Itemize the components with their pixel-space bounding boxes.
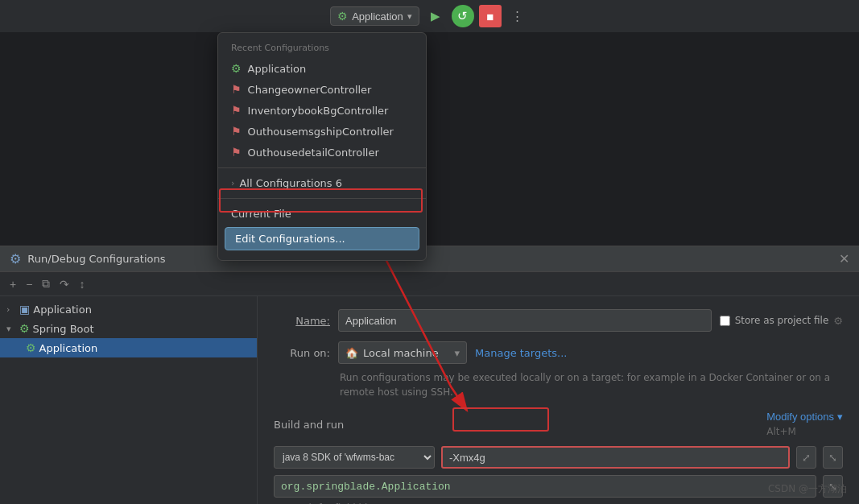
run-config-dropdown: Recent Configurations ⚙ Application ⚑ Ch…	[217, 32, 427, 261]
house-icon: 🏠	[345, 347, 358, 359]
run-on-row: Run on: 🏠 Local machine ▾ Manage targets…	[274, 341, 843, 364]
dropdown-item-application[interactable]: ⚙ Application	[218, 58, 426, 79]
run-on-value: Local machine	[363, 347, 439, 359]
vm-options-input[interactable]	[441, 446, 790, 469]
modify-options-label: Modify options	[766, 411, 834, 423]
top-toolbar: ⚙ Application ▾ ▶ ↺ ■ ⋮	[0, 0, 859, 32]
store-project-file-checkbox[interactable]	[720, 316, 730, 326]
dialog-title-container: ⚙ Run/Debug Configurations	[10, 251, 165, 266]
dropdown-item-outhousedetail[interactable]: ⚑ OuthousedetailController	[218, 142, 426, 163]
spring-boot-icon: ⚙	[19, 322, 30, 335]
run-on-select[interactable]: 🏠 Local machine ▾	[338, 341, 467, 364]
modify-options-area: Modify options ▾ Alt+M	[766, 411, 843, 438]
spring-run-icon: ⚙	[337, 10, 348, 23]
run-hint-text: Run configurations may be executed local…	[274, 370, 843, 399]
dialog-titlebar: ⚙ Run/Debug Configurations ✕	[0, 246, 859, 272]
sort-config-button[interactable]: ↕	[76, 276, 88, 292]
name-row: Name: Store as project file ⚙	[274, 309, 843, 332]
tree-chevron-app: ›	[6, 304, 16, 315]
all-configurations-item[interactable]: › All Configurations 6	[218, 173, 426, 193]
watermark-text: CSDN @一方湖泊	[768, 482, 847, 496]
dialog-title-text: Run/Debug Configurations	[27, 253, 165, 265]
divider-2	[218, 198, 426, 199]
dialog-close-button[interactable]: ✕	[839, 251, 849, 266]
add-config-button[interactable]: +	[6, 276, 19, 292]
dialog-title-icon: ⚙	[10, 251, 21, 266]
dialog-body: › ▣ Application ▾ ⚙ Spring Boot ⚙ Applic…	[0, 296, 859, 504]
current-file-item[interactable]: Current File	[218, 204, 426, 224]
stop-button[interactable]: ■	[479, 5, 502, 27]
run-on-chevron: ▾	[454, 347, 460, 359]
vm-fullscreen-button[interactable]: ⤡	[823, 446, 843, 469]
build-run-section-header: Build and run Modify options ▾ Alt+M	[274, 411, 843, 438]
file-icon-3: ⚑	[231, 125, 242, 138]
file-icon-4: ⚑	[231, 146, 242, 159]
tree-item-spring-label: Spring Boot	[33, 323, 94, 335]
vm-expand-button[interactable]: ⤢	[796, 446, 816, 469]
divider-1	[218, 167, 426, 168]
dialog-toolbar: + − ⧉ ↷ ↕	[0, 272, 859, 296]
folder-icon: ▣	[19, 303, 30, 316]
tree-item-application-child[interactable]: ⚙ Application	[0, 338, 257, 357]
remove-config-button[interactable]: −	[23, 276, 35, 292]
main-class-row: ⤡	[274, 475, 843, 498]
dropdown-item-inventorybook[interactable]: ⚑ InventorybookBgController	[218, 100, 426, 121]
copy-config-button[interactable]: ⧉	[39, 275, 53, 292]
store-project-file-row: Store as project file ⚙	[720, 315, 843, 327]
main-class-input[interactable]	[274, 475, 816, 498]
more-options-button[interactable]: ⋮	[506, 5, 529, 27]
run-config-selector[interactable]: ⚙ Application ▾	[330, 6, 419, 26]
file-icon-2: ⚑	[231, 104, 242, 117]
manage-targets-link[interactable]: Manage targets...	[475, 347, 567, 359]
sdk-select[interactable]: java 8 SDK of 'wfwms-bac	[274, 446, 435, 469]
config-name-label: Application	[352, 10, 403, 23]
run-button[interactable]: ▶	[424, 5, 447, 27]
chevron-down-icon: ▾	[407, 11, 412, 22]
tree-item-app-child-label: Application	[39, 342, 98, 354]
spring-icon: ⚙	[231, 62, 242, 75]
tree-chevron-spring: ▾	[6, 324, 16, 334]
app-icon: ⚙	[26, 341, 36, 354]
name-label: Name:	[274, 315, 330, 327]
run-on-label: Run on:	[274, 347, 330, 359]
tree-item-application-root[interactable]: › ▣ Application	[0, 300, 257, 319]
config-form-panel: Name: Store as project file ⚙ Run on: 🏠 …	[258, 296, 859, 504]
tree-item-spring-boot[interactable]: ▾ ⚙ Spring Boot	[0, 319, 257, 338]
store-gear-icon: ⚙	[833, 315, 843, 327]
config-tree-panel: › ▣ Application ▾ ⚙ Spring Boot ⚙ Applic…	[0, 296, 258, 504]
file-icon-1: ⚑	[231, 83, 242, 96]
dropdown-item-outhousemsg[interactable]: ⚑ OuthousemsgshipController	[218, 121, 426, 142]
edit-configurations-item[interactable]: Edit Configurations...	[225, 227, 419, 250]
debug-button[interactable]: ↺	[452, 5, 474, 27]
chevron-right-icon: ›	[231, 178, 234, 188]
sdk-vm-row: java 8 SDK of 'wfwms-bac ⤢ ⤡	[274, 446, 843, 469]
name-input[interactable]	[338, 309, 712, 332]
recent-configs-label: Recent Configurations	[218, 39, 426, 58]
tree-item-application-label: Application	[33, 304, 92, 316]
dropdown-item-changeowner[interactable]: ⚑ ChangeownerController	[218, 79, 426, 100]
modify-chevron-icon: ▾	[837, 411, 843, 423]
build-run-title: Build and run	[274, 419, 344, 431]
modify-shortcut-label: Alt+M	[766, 426, 796, 437]
run-debug-dialog: ⚙ Run/Debug Configurations ✕ + − ⧉ ↷ ↕ ›…	[0, 246, 859, 504]
move-config-button[interactable]: ↷	[56, 276, 72, 292]
name-label-text: Name:	[295, 315, 330, 327]
modify-options-button[interactable]: Modify options ▾	[766, 411, 843, 423]
store-project-file-label: Store as project file	[735, 315, 829, 326]
